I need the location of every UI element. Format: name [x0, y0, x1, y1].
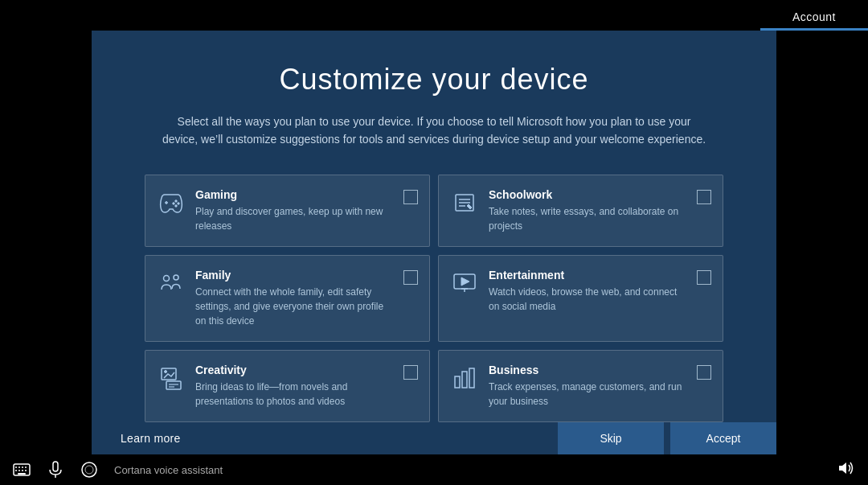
gaming-text: Gaming Play and discover games, keep up …: [195, 188, 394, 233]
schoolwork-text: Schoolwork Take notes, write essays, and…: [489, 188, 687, 233]
svg-rect-23: [469, 368, 474, 388]
option-schoolwork[interactable]: Schoolwork Take notes, write essays, and…: [438, 175, 723, 247]
accept-button[interactable]: Accept: [670, 422, 776, 454]
creativity-desc: Bring ideas to life—from novels and pres…: [195, 380, 394, 409]
schoolwork-desc: Take notes, write essays, and collaborat…: [489, 204, 687, 233]
svg-point-37: [85, 466, 93, 474]
taskbar-volume-icon[interactable]: [837, 459, 855, 481]
svg-rect-18: [166, 381, 181, 389]
gaming-icon: [157, 188, 186, 217]
family-text: Family Connect with the whole family, ed…: [195, 269, 394, 328]
business-desc: Track expenses, manage customers, and ru…: [489, 380, 687, 409]
family-icon: [157, 269, 186, 298]
cortana-icon[interactable]: [80, 461, 98, 479]
svg-point-10: [164, 275, 170, 281]
svg-point-2: [175, 200, 177, 202]
page-subtitle: Select all the ways you plan to use your…: [161, 113, 707, 149]
creativity-checkbox[interactable]: [403, 365, 418, 380]
svg-point-17: [165, 370, 167, 372]
svg-marker-15: [461, 277, 469, 286]
taskbar-mic-icon[interactable]: [47, 461, 64, 479]
options-grid: Gaming Play and discover games, keep up …: [145, 175, 723, 422]
family-title: Family: [195, 269, 394, 282]
entertainment-checkbox[interactable]: [697, 270, 711, 285]
svg-marker-38: [839, 462, 846, 474]
option-family[interactable]: Family Connect with the whole family, ed…: [145, 255, 430, 342]
svg-rect-22: [462, 372, 467, 388]
family-checkbox[interactable]: [403, 270, 418, 285]
svg-rect-21: [455, 376, 460, 388]
svg-point-3: [178, 203, 179, 204]
gaming-checkbox[interactable]: [403, 190, 418, 204]
schoolwork-title: Schoolwork: [489, 188, 687, 201]
taskbar: Cortana voice assistant: [0, 454, 868, 485]
schoolwork-icon: [450, 188, 479, 217]
entertainment-desc: Watch videos, browse the web, and connec…: [489, 285, 687, 314]
svg-rect-34: [53, 462, 58, 471]
business-text: Business Track expenses, manage customer…: [489, 364, 687, 409]
option-entertainment[interactable]: Entertainment Watch videos, browse the w…: [438, 255, 723, 342]
creativity-icon: [157, 364, 186, 393]
entertainment-title: Entertainment: [489, 269, 687, 282]
business-title: Business: [489, 364, 687, 376]
bottom-bar: Learn more Skip Accept: [92, 422, 776, 454]
option-gaming[interactable]: Gaming Play and discover games, keep up …: [145, 175, 430, 247]
creativity-text: Creativity Bring ideas to life—from nove…: [195, 364, 394, 409]
taskbar-keyboard-icon[interactable]: [13, 461, 31, 479]
right-buttons: Skip Accept: [558, 422, 776, 454]
gaming-title: Gaming: [195, 188, 394, 201]
option-creativity[interactable]: Creativity Bring ideas to life—from nove…: [145, 350, 430, 422]
entertainment-text: Entertainment Watch videos, browse the w…: [489, 269, 687, 314]
top-bar: Account: [0, 0, 868, 31]
business-icon: [450, 364, 479, 393]
account-tab[interactable]: Account: [760, 4, 868, 31]
page-title: Customize your device: [279, 63, 588, 97]
schoolwork-checkbox[interactable]: [697, 190, 711, 204]
option-business[interactable]: Business Track expenses, manage customer…: [438, 350, 723, 422]
svg-point-11: [174, 275, 178, 280]
skip-button[interactable]: Skip: [558, 422, 664, 454]
cortana-label: Cortana voice assistant: [114, 464, 821, 476]
entertainment-icon: [450, 269, 479, 298]
svg-point-4: [173, 203, 174, 204]
svg-point-36: [82, 462, 96, 477]
learn-more-button[interactable]: Learn more: [92, 422, 210, 454]
svg-point-5: [175, 205, 177, 207]
creativity-title: Creativity: [195, 364, 394, 376]
main-window: Customize your device Select all the way…: [92, 31, 776, 454]
gaming-desc: Play and discover games, keep up with ne…: [195, 204, 394, 233]
business-checkbox[interactable]: [697, 365, 711, 380]
family-desc: Connect with the whole family, edit safe…: [195, 285, 394, 328]
